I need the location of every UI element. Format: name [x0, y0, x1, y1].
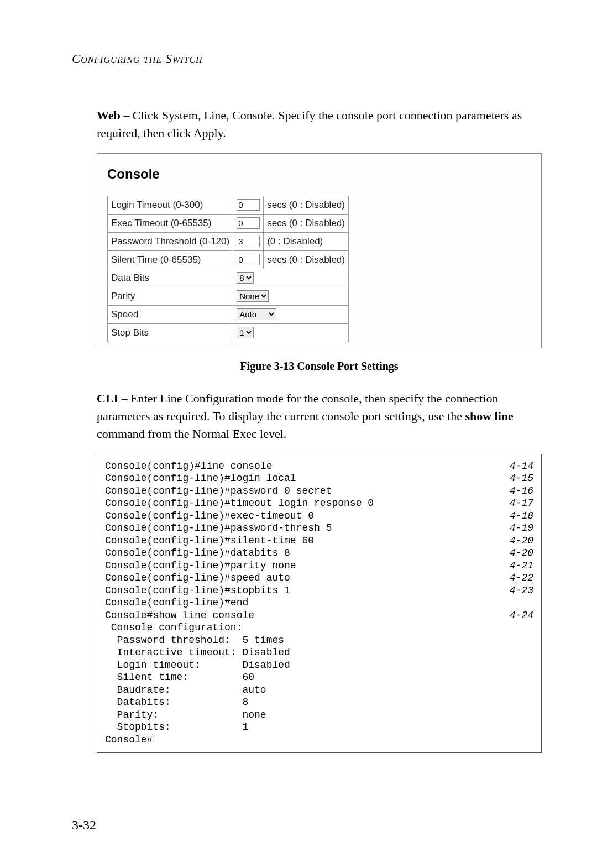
cli-text-2: command from the Normal Exec level. [97, 427, 286, 441]
cli-ref: 4-17 [499, 497, 533, 510]
cli-ref: 4-21 [499, 560, 533, 572]
silent-time-input[interactable] [237, 254, 260, 265]
cli-line: Console(config-line)#parity none4-21 [105, 560, 533, 572]
row-stop-bits: Stop Bits 1 [108, 323, 349, 342]
cli-line: Baudrate: auto [105, 684, 533, 697]
label: Parity [108, 287, 233, 305]
value-cell [233, 196, 264, 214]
cli-command: Parity: none [105, 709, 266, 721]
cli-instructions: CLI – Enter Line Configuration mode for … [97, 390, 542, 443]
cli-line: Console(config-line)#speed auto4-22 [105, 572, 533, 584]
cli-ref: 4-19 [499, 522, 533, 535]
login-timeout-input[interactable] [237, 199, 260, 211]
cli-ref: 4-14 [499, 460, 533, 473]
stop-bits-select[interactable]: 1 [237, 327, 254, 338]
cli-line: Stopbits: 1 [105, 721, 533, 734]
cli-line: Console#show line console4-24 [105, 609, 533, 622]
cli-command: Login timeout: Disabled [105, 659, 290, 672]
label: Login Timeout (0-300) [108, 196, 233, 214]
cli-ref: 4-15 [499, 472, 533, 485]
label: Data Bits [108, 269, 233, 287]
row-login-timeout: Login Timeout (0-300) secs (0 : Disabled… [108, 196, 349, 214]
cli-command: Console(config-line)#speed auto [105, 572, 290, 584]
row-password-threshold: Password Threshold (0-120) (0 : Disabled… [108, 232, 349, 250]
cli-output-box: Console(config)#line console4-14Console(… [97, 454, 542, 754]
parity-select[interactable]: None [237, 290, 269, 302]
cli-command: Interactive timeout: Disabled [105, 646, 290, 659]
cli-line: Console(config-line)#databits 84-20 [105, 547, 533, 560]
cli-line: Console configuration: [105, 621, 533, 634]
cli-command: Console#show line console [105, 609, 254, 622]
cli-line: Login timeout: Disabled [105, 659, 533, 672]
cli-command: Databits: 8 [105, 696, 248, 709]
row-exec-timeout: Exec Timeout (0-65535) secs (0 : Disable… [108, 214, 349, 232]
cli-command: Console(config-line)#silent-time 60 [105, 535, 314, 547]
cli-ref: 4-22 [499, 572, 533, 584]
panel-title: Console [107, 165, 531, 184]
cli-lead: CLI [97, 391, 118, 405]
console-settings-panel: Console Login Timeout (0-300) secs (0 : … [97, 153, 542, 348]
panel-divider [107, 190, 531, 190]
cli-line: Password threshold: 5 times [105, 634, 533, 647]
cli-line: Console(config-line)#password 0 secret4-… [105, 485, 533, 498]
cli-command: Console(config-line)#parity none [105, 560, 296, 572]
cli-line: Console# [105, 734, 533, 746]
cli-ref: 4-16 [499, 485, 533, 498]
cli-line: Console(config-line)#login local4-15 [105, 472, 533, 485]
password-threshold-input[interactable] [237, 236, 260, 247]
data-bits-select[interactable]: 8 [237, 272, 254, 284]
label: Stop Bits [108, 323, 233, 342]
cli-ref: 4-24 [499, 609, 533, 622]
cli-command: Console(config)#line console [105, 460, 272, 473]
speed-select[interactable]: Auto [237, 308, 276, 320]
cli-command: Console(config-line)#exec-timeout 0 [105, 510, 314, 522]
cli-line: Console(config-line)#exec-timeout 04-18 [105, 510, 533, 522]
cli-command: Console(config-line)#stopbits 1 [105, 584, 290, 597]
web-instructions: Web – Click System, Line, Console. Speci… [97, 107, 542, 142]
label: Silent Time (0-65535) [108, 250, 233, 269]
cli-line: Parity: none [105, 709, 533, 721]
cli-ref: 4-20 [499, 535, 533, 547]
settings-table: Login Timeout (0-300) secs (0 : Disabled… [107, 196, 349, 342]
cli-command: Console(config-line)#password 0 secret [105, 485, 332, 498]
row-speed: Speed Auto [108, 305, 349, 323]
cli-text-1: – Enter Line Configuration mode for the … [97, 391, 498, 423]
row-silent-time: Silent Time (0-65535) secs (0 : Disabled… [108, 250, 349, 269]
cli-line: Console(config-line)#password-thresh 54-… [105, 522, 533, 535]
cli-line: Console(config-line)#timeout login respo… [105, 497, 533, 510]
cli-command: Console(config-line)#password-thresh 5 [105, 522, 332, 535]
cli-ref: 4-20 [499, 547, 533, 560]
cli-line: Silent time: 60 [105, 671, 533, 684]
cli-command: Stopbits: 1 [105, 721, 248, 734]
label: Speed [108, 305, 233, 323]
cli-command: Console configuration: [105, 621, 242, 634]
exec-timeout-input[interactable] [237, 217, 260, 229]
cli-command: Console(config-line)#timeout login respo… [105, 497, 374, 510]
cli-line: Console(config-line)#stopbits 14-23 [105, 584, 533, 597]
cli-line: Console(config-line)#silent-time 604-20 [105, 535, 533, 547]
suffix: secs (0 : Disabled) [264, 196, 349, 214]
cli-ref: 4-23 [499, 584, 533, 597]
web-lead: Web [97, 108, 121, 122]
cli-command: Password threshold: 5 times [105, 634, 284, 647]
cli-line: Console(config)#line console4-14 [105, 460, 533, 473]
figure-caption: Figure 3-13 Console Port Settings [97, 358, 542, 374]
cli-command: Console(config-line)#databits 8 [105, 547, 290, 560]
cli-line: Interactive timeout: Disabled [105, 646, 533, 659]
cli-command: Console(config-line)#login local [105, 472, 296, 485]
suffix: secs (0 : Disabled) [264, 250, 349, 269]
label: Exec Timeout (0-65535) [108, 214, 233, 232]
web-text: – Click System, Line, Console. Specify t… [97, 108, 522, 140]
row-data-bits: Data Bits 8 [108, 269, 349, 287]
cli-line: Databits: 8 [105, 696, 533, 709]
cli-show-line: show line [465, 409, 513, 423]
suffix: secs (0 : Disabled) [264, 214, 349, 232]
suffix: (0 : Disabled) [264, 232, 349, 250]
row-parity: Parity None [108, 287, 349, 305]
cli-command: Console# [105, 734, 153, 746]
running-header: Configuring the Switch [72, 50, 542, 68]
cli-command: Baudrate: auto [105, 684, 266, 697]
cli-command: Silent time: 60 [105, 671, 254, 684]
label: Password Threshold (0-120) [108, 232, 233, 250]
cli-line: Console(config-line)#end [105, 597, 533, 609]
